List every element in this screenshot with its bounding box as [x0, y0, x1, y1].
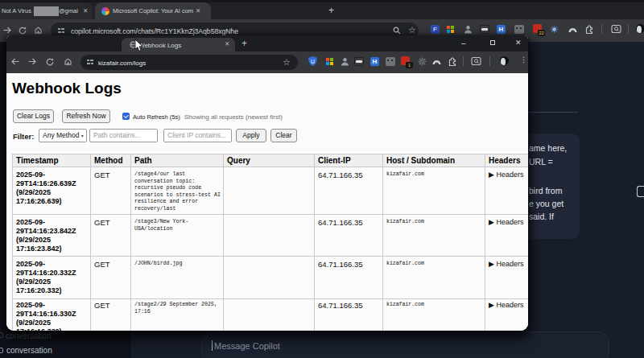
svg-text:U: U — [311, 59, 315, 64]
